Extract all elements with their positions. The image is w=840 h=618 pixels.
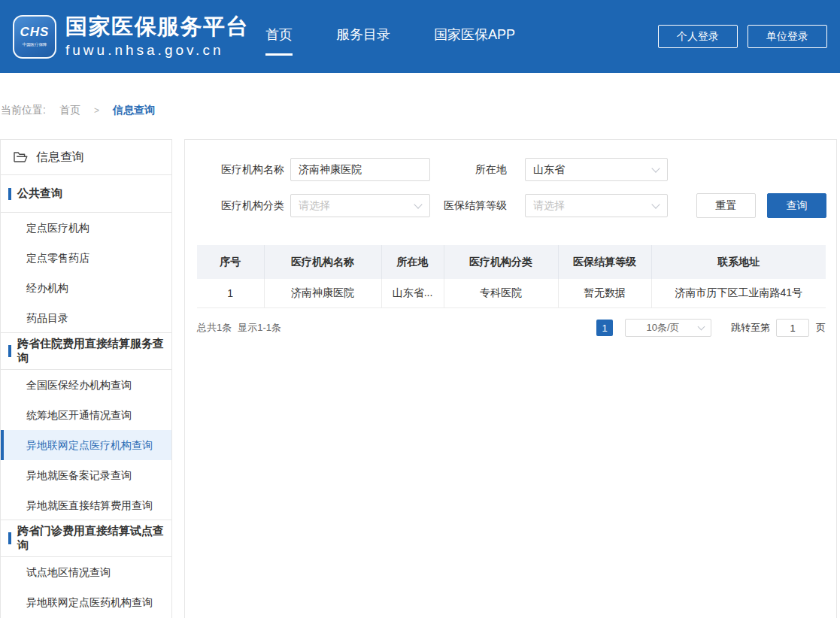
section-marker	[8, 188, 11, 200]
jump-prefix-label: 跳转至第	[731, 321, 770, 335]
col-header-org-type: 医疗机构分类	[444, 245, 558, 279]
sidebar-item[interactable]: 异地就医备案记录查询	[1, 460, 171, 490]
settle-level-select[interactable]: 请选择	[525, 194, 668, 217]
main-panel: 医疗机构名称 所在地 山东省 医疗机构分类 请选择 医保结算等级 请选择 重置 …	[184, 139, 837, 618]
table-header-row: 序号 医疗机构名称 所在地 医疗机构分类 医保结算等级 联系地址	[197, 245, 826, 279]
sidebar-section-cross-province-inpatient: 跨省住院费用直接结算服务查询 全国医保经办机构查询 统筹地区开通情况查询 异地联…	[1, 332, 171, 520]
section-title-label: 跨省住院费用直接结算服务查询	[17, 337, 171, 365]
section-marker	[8, 532, 11, 544]
site-logo[interactable]: CHS 中国医疗保障 国家医保服务平台 fuwu.nhsa.gov.cn	[13, 14, 249, 58]
breadcrumb-prefix: 当前位置:	[1, 104, 46, 117]
site-title: 国家医保服务平台	[65, 14, 249, 39]
chs-app-icon: CHS 中国医疗保障	[13, 15, 56, 59]
chevron-down-icon	[651, 200, 660, 208]
sidebar-item[interactable]: 全国医保经办机构查询	[1, 370, 171, 400]
col-header-index: 序号	[197, 245, 264, 279]
cell-index: 1	[197, 279, 264, 307]
breadcrumb-separator-icon: >	[94, 105, 99, 116]
section-marker	[8, 345, 11, 357]
site-domain: fuwu.nhsa.gov.cn	[65, 42, 249, 59]
nav-service-catalog[interactable]: 服务目录	[336, 18, 390, 56]
table-row: 1 济南神康医院 山东省... 专科医院 暂无数据 济南市历下区工业南路41号	[197, 279, 826, 307]
sidebar-header-label: 信息查询	[36, 150, 84, 165]
sidebar-section-title: 跨省门诊费用直接结算试点查询	[1, 520, 171, 557]
sidebar-item[interactable]: 药品目录	[1, 303, 171, 333]
sidebar-section-title: 跨省住院费用直接结算服务查询	[1, 332, 171, 370]
col-header-org-name: 医疗机构名称	[264, 245, 381, 279]
pagination-controls: 1 10条/页 跳转至第 页	[596, 319, 826, 337]
pagination-bar: 总共1条 显示1-1条 1 10条/页 跳转至第 页	[197, 318, 826, 338]
query-button[interactable]: 查询	[767, 193, 826, 218]
org-type-label: 医疗机构分类	[185, 194, 284, 217]
folder-icon	[14, 151, 28, 163]
jump-suffix-label: 页	[816, 321, 826, 335]
location-label: 所在地	[408, 158, 507, 181]
personal-login-button[interactable]: 个人登录	[658, 25, 738, 48]
jump-page-input[interactable]	[776, 319, 809, 337]
breadcrumb-current-link[interactable]: 信息查询	[113, 104, 155, 117]
sidebar-section-title: 公共查询	[1, 175, 171, 213]
settle-level-select-placeholder: 请选择	[533, 199, 565, 213]
sidebar-item[interactable]: 异地就医直接结算费用查询	[1, 490, 171, 520]
sidebar-item[interactable]: 定点零售药店	[1, 243, 171, 273]
page-size-select[interactable]: 10条/页	[625, 319, 711, 337]
location-select[interactable]: 山东省	[525, 158, 668, 181]
pagination-summary: 总共1条 显示1-1条	[197, 321, 281, 335]
sidebar-section-public: 公共查询 定点医疗机构 定点零售药店 经办机构 药品目录	[1, 175, 171, 333]
chevron-down-icon	[651, 164, 660, 172]
page-size-value: 10条/页	[646, 321, 679, 335]
header-actions: 个人登录 单位登录	[658, 25, 827, 48]
sidebar-item-active[interactable]: 异地联网定点医疗机构查询	[1, 430, 171, 460]
chs-icon-text: CHS	[20, 26, 50, 38]
org-type-select-placeholder: 请选择	[299, 199, 330, 213]
cell-org-type: 专科医院	[444, 279, 558, 307]
cell-address: 济南市历下区工业南路41号	[651, 279, 826, 307]
page: CHS 中国医疗保障 国家医保服务平台 fuwu.nhsa.gov.cn 首页 …	[0, 0, 840, 618]
settle-level-label: 医保结算等级	[408, 194, 507, 217]
site-title-block: 国家医保服务平台 fuwu.nhsa.gov.cn	[65, 14, 249, 58]
sidebar-header: 信息查询	[1, 140, 171, 175]
sidebar-item[interactable]: 定点医疗机构	[1, 213, 171, 243]
chs-icon-subtext: 中国医疗保障	[23, 41, 47, 47]
location-select-value: 山东省	[533, 163, 565, 177]
sidebar-item[interactable]: 试点地区情况查询	[1, 557, 171, 587]
sidebar-item[interactable]: 异地联网定点医药机构查询	[1, 587, 171, 617]
col-header-location: 所在地	[381, 245, 444, 279]
org-name-label: 医疗机构名称	[185, 158, 284, 181]
nav-home[interactable]: 首页	[265, 18, 293, 56]
site-header: CHS 中国医疗保障 国家医保服务平台 fuwu.nhsa.gov.cn 首页 …	[0, 0, 840, 73]
col-header-address: 联系地址	[651, 245, 826, 279]
cell-location: 山东省...	[381, 279, 444, 307]
page-number-button[interactable]: 1	[596, 320, 613, 336]
section-title-label: 公共查询	[17, 186, 62, 201]
unit-login-button[interactable]: 单位登录	[748, 25, 827, 48]
col-header-settle-level: 医保结算等级	[558, 245, 651, 279]
pagination-range: 显示1-1条	[238, 321, 281, 335]
reset-button[interactable]: 重置	[696, 193, 756, 218]
breadcrumb: 当前位置: 首页 > 信息查询	[1, 104, 155, 117]
sidebar: 信息查询 公共查询 定点医疗机构 定点零售药店 经办机构 药品目录 跨省住院费用…	[0, 139, 172, 618]
results-table: 序号 医疗机构名称 所在地 医疗机构分类 医保结算等级 联系地址 1 济南神康医…	[197, 245, 826, 308]
main-nav: 首页 服务目录 国家医保APP	[265, 18, 515, 56]
breadcrumb-home-link[interactable]: 首页	[59, 104, 80, 117]
cell-settle-level: 暂无数据	[558, 279, 651, 307]
section-title-label: 跨省门诊费用直接结算试点查询	[17, 524, 171, 553]
chevron-down-icon	[698, 323, 705, 331]
sidebar-item[interactable]: 统筹地区开通情况查询	[1, 400, 171, 430]
pagination-total: 总共1条	[197, 321, 232, 335]
cell-org-name: 济南神康医院	[264, 279, 381, 307]
sidebar-section-cross-province-outpatient: 跨省门诊费用直接结算试点查询 试点地区情况查询 异地联网定点医药机构查询	[1, 520, 171, 617]
nav-national-app[interactable]: 国家医保APP	[434, 18, 515, 56]
sidebar-item[interactable]: 经办机构	[1, 273, 171, 303]
